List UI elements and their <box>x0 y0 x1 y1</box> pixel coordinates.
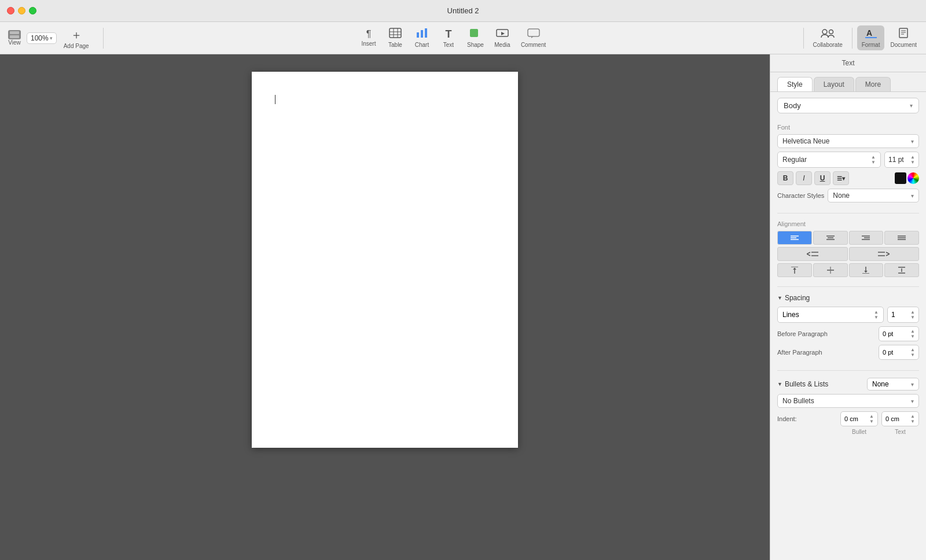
after-paragraph-row: After Paragraph 0 pt ▲▼ <box>777 345 919 360</box>
insert-label: Insert <box>361 40 376 47</box>
bullets-type-value: No Bullets <box>782 397 814 405</box>
before-paragraph-label: Before Paragraph <box>777 330 828 337</box>
text-options-icon: ☰▾ <box>837 175 845 182</box>
indent-text-control[interactable]: 0 cm ▲▼ <box>881 411 919 426</box>
before-paragraph-value: 0 pt <box>883 330 893 337</box>
style-dropdown-value: Body <box>784 101 801 110</box>
spacing-header[interactable]: ▼ Spacing <box>777 294 919 302</box>
document-label: Document <box>890 42 917 48</box>
align-right-button[interactable] <box>849 231 884 245</box>
view-button[interactable]: View <box>5 28 24 48</box>
align-justify-button[interactable] <box>884 231 919 245</box>
zoom-chevron-icon: ▾ <box>50 35 53 41</box>
color-swatches <box>895 172 919 184</box>
font-style-dropdown[interactable]: Regular ▲▼ <box>777 152 881 168</box>
spacing-value-stepper-icon: ▲▼ <box>910 310 915 320</box>
font-family-dropdown[interactable]: Helvetica Neue ▾ <box>777 134 919 148</box>
format-buttons-row: B I U ☰▾ <box>777 171 919 185</box>
add-page-button[interactable]: ＋ Add Page <box>59 25 94 51</box>
spacing-type-dropdown[interactable]: Lines ▲▼ <box>777 307 884 323</box>
align-center-button[interactable] <box>813 231 848 245</box>
bullets-chevron-icon: ▾ <box>911 381 914 388</box>
toolbar-divider-1 <box>103 28 104 49</box>
underline-label: U <box>820 174 825 182</box>
before-paragraph-row: Before Paragraph 0 pt ▲▼ <box>777 326 919 341</box>
svg-rect-8 <box>421 30 423 38</box>
toolbar-center: ¶ Insert Table Chart T Text Shape <box>108 25 799 50</box>
collaborate-label: Collaborate <box>813 42 843 48</box>
character-styles-dropdown[interactable]: None ▾ <box>828 189 919 202</box>
italic-button[interactable]: I <box>796 171 812 185</box>
after-paragraph-control[interactable]: 0 pt ▲▼ <box>879 345 919 360</box>
align-indent-left-button[interactable] <box>777 247 848 261</box>
zoom-value: 100% <box>31 34 49 42</box>
bullets-collapse-toggle[interactable]: ▼ Bullets & Lists <box>777 380 828 388</box>
align-left-button[interactable] <box>777 231 812 245</box>
chart-button[interactable]: Chart <box>409 25 435 50</box>
table-label: Table <box>388 42 402 48</box>
text-options-button[interactable]: ☰▾ <box>833 171 849 185</box>
tab-more-label: More <box>865 80 881 89</box>
align-v-center-button[interactable] <box>813 263 848 277</box>
bullets-value-dropdown[interactable]: None ▾ <box>867 378 919 390</box>
maximize-button[interactable] <box>29 7 36 14</box>
spacing-title: Spacing <box>785 294 810 302</box>
svg-marker-45 <box>793 268 796 270</box>
font-section-label: Font <box>777 124 919 131</box>
spacing-controls-row: Lines ▲▼ 1 ▲▼ <box>777 307 919 323</box>
view-label: View <box>8 39 21 46</box>
align-indent-right-button[interactable] <box>849 247 920 261</box>
minimize-button[interactable] <box>18 7 25 14</box>
tab-more[interactable]: More <box>855 77 891 91</box>
document-page[interactable] <box>252 72 518 448</box>
shape-button[interactable]: Shape <box>462 25 488 50</box>
bullet-sublabel: Bullet <box>840 429 878 435</box>
close-button[interactable] <box>7 7 14 14</box>
document-button[interactable]: Document <box>885 25 921 50</box>
indent-sublabels: Bullet Text <box>777 429 919 435</box>
spacing-collapse-icon: ▼ <box>777 295 782 301</box>
chart-label: Chart <box>415 42 429 48</box>
underline-button[interactable]: U <box>814 171 831 185</box>
canvas-area[interactable] <box>0 54 770 560</box>
media-button[interactable]: Media <box>490 25 515 50</box>
bullets-section: ▼ Bullets & Lists None ▾ No Bullets ▾ In… <box>770 373 926 442</box>
collaborate-button[interactable]: Collaborate <box>809 25 847 50</box>
char-styles-chevron-icon: ▾ <box>911 193 914 199</box>
bullets-title: Bullets & Lists <box>785 380 828 388</box>
color-black-swatch[interactable] <box>895 172 906 184</box>
before-paragraph-control[interactable]: 0 pt ▲▼ <box>879 326 919 341</box>
svg-rect-7 <box>417 32 419 38</box>
align-v-bottom-button[interactable] <box>849 263 884 277</box>
indent-values: 0 cm ▲▼ 0 cm ▲▼ <box>840 411 919 426</box>
color-wheel-button[interactable] <box>907 172 919 184</box>
table-button[interactable]: Table <box>383 25 408 50</box>
document-icon <box>898 28 909 40</box>
panel-header: Text <box>770 54 926 72</box>
format-button[interactable]: A Format <box>857 25 885 50</box>
shape-label: Shape <box>467 42 484 48</box>
svg-line-35 <box>807 252 810 254</box>
italic-label: I <box>803 174 804 182</box>
style-dropdown[interactable]: Body ▾ <box>777 98 919 113</box>
align-v-fill-button[interactable] <box>884 263 919 277</box>
table-icon <box>389 28 402 40</box>
bold-button[interactable]: B <box>777 171 793 185</box>
svg-rect-2 <box>389 28 401 38</box>
indent-bullet-value: 0 cm <box>844 415 858 422</box>
spacing-value-control[interactable]: 1 ▲▼ <box>887 307 919 323</box>
svg-marker-12 <box>501 32 505 35</box>
separator-2 <box>777 286 919 287</box>
zoom-control[interactable]: 100% ▾ <box>27 32 57 44</box>
svg-rect-19 <box>899 28 907 38</box>
align-v-top-button[interactable] <box>777 263 812 277</box>
comment-button[interactable]: Comment <box>516 25 550 50</box>
bullets-type-dropdown[interactable]: No Bullets ▾ <box>777 394 919 408</box>
indent-bullet-control[interactable]: 0 cm ▲▼ <box>840 411 878 426</box>
tab-layout[interactable]: Layout <box>814 77 854 91</box>
font-size-control[interactable]: 11 pt ▲▼ <box>884 152 919 168</box>
insert-button[interactable]: ¶ Insert <box>356 27 381 49</box>
style-dropdown-chevron-icon: ▾ <box>910 102 913 109</box>
text-button[interactable]: T Text <box>436 26 461 50</box>
tab-style[interactable]: Style <box>777 77 813 91</box>
